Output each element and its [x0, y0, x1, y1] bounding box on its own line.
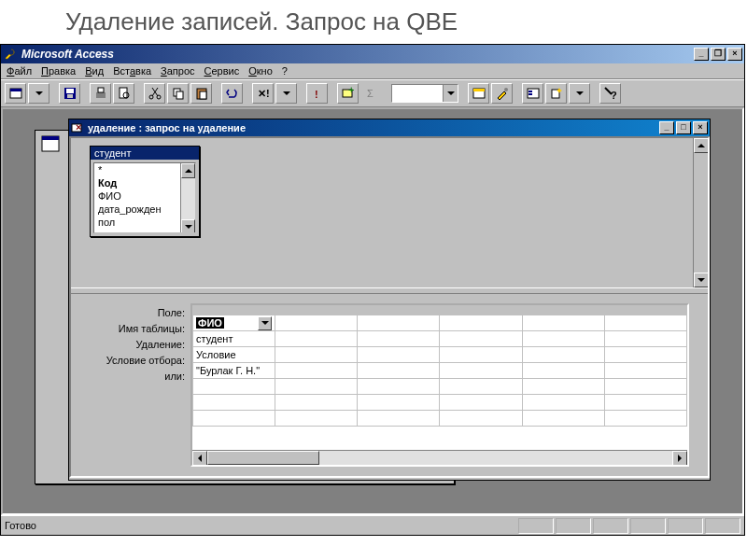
- print-button[interactable]: [90, 83, 111, 104]
- grid-cell[interactable]: [522, 331, 604, 347]
- design-close-button[interactable]: ×: [693, 121, 708, 134]
- grid-cell[interactable]: [358, 315, 440, 331]
- scroll-up-button[interactable]: [694, 138, 708, 153]
- grid-cell[interactable]: [604, 331, 686, 347]
- grid-cell[interactable]: [193, 411, 275, 427]
- cut-button[interactable]: [144, 83, 165, 104]
- grid-cell-delete[interactable]: Условие: [193, 347, 275, 363]
- grid-cell[interactable]: [275, 411, 358, 427]
- build-button[interactable]: [491, 83, 513, 104]
- scroll-down-button[interactable]: [694, 273, 708, 287]
- menu-insert[interactable]: Вставка: [113, 65, 151, 77]
- grid-cell[interactable]: [604, 379, 686, 395]
- menu-help[interactable]: ?: [282, 65, 288, 77]
- app-title: Microsoft Access: [21, 48, 692, 61]
- grid-cell[interactable]: [522, 315, 604, 331]
- scroll-up-button[interactable]: [181, 163, 195, 178]
- combo-dropdown-icon[interactable]: [443, 85, 458, 102]
- menu-service[interactable]: Сервис: [204, 65, 240, 77]
- table-field-list-header[interactable]: студент: [91, 147, 199, 160]
- grid-cell[interactable]: [440, 411, 522, 427]
- grid-cell[interactable]: [440, 315, 522, 331]
- grid-cell[interactable]: [604, 411, 686, 427]
- design-minimize-button[interactable]: _: [659, 121, 674, 134]
- grid-cell[interactable]: [522, 347, 604, 363]
- grid-cell[interactable]: [522, 395, 604, 411]
- totals-button[interactable]: Σ: [360, 83, 382, 104]
- menu-view[interactable]: Вид: [85, 65, 104, 77]
- query-type-button[interactable]: ✕!: [252, 83, 274, 104]
- grid-cell-table[interactable]: студент: [193, 331, 275, 347]
- grid-cell[interactable]: [193, 395, 275, 411]
- grid-cell[interactable]: [440, 379, 522, 395]
- query-type-dropdown-button[interactable]: [275, 83, 297, 104]
- pane-splitter[interactable]: [71, 287, 708, 294]
- copy-button[interactable]: [167, 83, 189, 104]
- field-list-scrollbar[interactable]: [180, 163, 195, 232]
- database-window-button[interactable]: [522, 83, 543, 104]
- new-object-button[interactable]: [545, 83, 567, 104]
- paste-button[interactable]: [190, 83, 212, 104]
- grid-cell[interactable]: [275, 347, 358, 363]
- menu-edit[interactable]: Правка: [41, 65, 76, 77]
- grid-cell[interactable]: [440, 363, 522, 379]
- grid-cell[interactable]: [440, 395, 522, 411]
- print-preview-button[interactable]: [113, 83, 134, 104]
- status-cell: [518, 518, 554, 534]
- show-table-button[interactable]: +: [337, 83, 359, 104]
- grid-cell[interactable]: [358, 347, 440, 363]
- grid-cell[interactable]: [358, 363, 440, 379]
- grid-cell-criteria[interactable]: "Бурлак Г. Н.": [193, 363, 275, 379]
- tables-pane[interactable]: студент * Код ФИО дата_рожден пол: [71, 138, 708, 287]
- view-button[interactable]: [5, 83, 26, 104]
- cell-dropdown-button[interactable]: [258, 316, 272, 330]
- grid-cell[interactable]: [604, 347, 686, 363]
- grid-cell[interactable]: [358, 411, 440, 427]
- save-button[interactable]: [59, 83, 80, 104]
- close-button[interactable]: ×: [727, 48, 742, 61]
- grid-cell[interactable]: [522, 411, 604, 427]
- field-list[interactable]: * Код ФИО дата_рожден пол: [93, 162, 196, 233]
- grid-cell[interactable]: [440, 331, 522, 347]
- minimize-button[interactable]: _: [694, 48, 709, 61]
- view-dropdown-button[interactable]: [28, 83, 49, 104]
- grid-cell[interactable]: [604, 363, 686, 379]
- grid-cell[interactable]: [275, 363, 358, 379]
- run-button[interactable]: !: [306, 83, 328, 104]
- grid-cell[interactable]: [358, 395, 440, 411]
- scroll-down-button[interactable]: [181, 219, 195, 233]
- menu-query[interactable]: Запрос: [161, 65, 194, 77]
- maximize-button[interactable]: ❐: [711, 48, 726, 61]
- svg-rect-5: [96, 92, 106, 98]
- svg-rect-1: [10, 89, 21, 91]
- top-values-combo[interactable]: [391, 84, 458, 103]
- grid-horizontal-scrollbar[interactable]: [192, 450, 687, 465]
- grid-cell-or[interactable]: [193, 379, 275, 395]
- menu-window[interactable]: Окно: [248, 65, 273, 77]
- properties-button[interactable]: [468, 83, 489, 104]
- undo-button[interactable]: [221, 83, 243, 104]
- grid-cell-field[interactable]: ФИО: [193, 315, 275, 331]
- scroll-left-button[interactable]: [192, 451, 207, 466]
- scroll-thumb[interactable]: [207, 451, 319, 465]
- grid-cell[interactable]: [358, 379, 440, 395]
- table-field-list[interactable]: студент * Код ФИО дата_рожден пол: [90, 146, 200, 237]
- grid-cell[interactable]: [275, 379, 358, 395]
- design-maximize-button[interactable]: □: [676, 121, 691, 134]
- grid-cell[interactable]: [522, 379, 604, 395]
- grid-cell[interactable]: [275, 331, 358, 347]
- grid-cell[interactable]: [358, 331, 440, 347]
- grid-cell[interactable]: [522, 363, 604, 379]
- help-button[interactable]: ?: [599, 83, 621, 104]
- tables-pane-scrollbar[interactable]: [693, 138, 708, 287]
- grid-cell[interactable]: [604, 315, 686, 331]
- grid-cell[interactable]: [275, 315, 358, 331]
- grid-cell[interactable]: [604, 395, 686, 411]
- new-object-dropdown-button[interactable]: [569, 83, 590, 104]
- grid-cell[interactable]: [275, 395, 358, 411]
- menu-file[interactable]: Файл: [7, 65, 32, 77]
- scroll-right-button[interactable]: [672, 451, 687, 466]
- svg-text:✕!: ✕!: [258, 88, 270, 99]
- grid-cell[interactable]: [440, 347, 522, 363]
- qbe-grid[interactable]: ФИО студент Условие: [190, 303, 689, 467]
